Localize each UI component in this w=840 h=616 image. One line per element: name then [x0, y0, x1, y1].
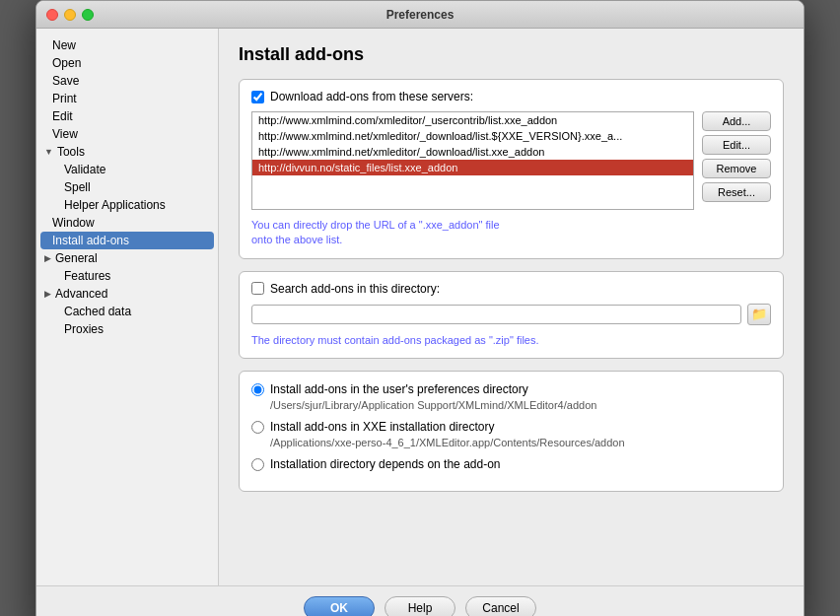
titlebar: Preferences [36, 1, 804, 29]
browse-button[interactable]: 📁 [747, 304, 771, 325]
sidebar-item-edit[interactable]: Edit [36, 107, 218, 125]
sidebar-item-features[interactable]: Features [36, 267, 218, 285]
radio-label-0: Install add-ons in the user's preference… [270, 381, 596, 398]
download-checkbox[interactable] [251, 91, 264, 103]
sidebar-group-advanced[interactable]: ▶ Advanced [36, 285, 218, 303]
dir-input[interactable] [251, 305, 741, 324]
chevron-right-icon: ▶ [44, 253, 51, 263]
sidebar-group-advanced-label: Advanced [55, 287, 107, 301]
radio-row-2: Installation directory depends on the ad… [251, 456, 771, 473]
radio-sublabel-0: /Users/sjur/Library/Application Support/… [270, 399, 596, 411]
sidebar-group-general[interactable]: ▶ General [36, 249, 218, 267]
preferences-window: Preferences New Open Save Print Edit Vie… [35, 0, 805, 616]
radio-user-pref[interactable] [251, 383, 264, 396]
download-section: Download add-ons from these servers: htt… [239, 79, 784, 259]
radio-xxe-install-text: Install add-ons in XXE installation dire… [270, 419, 625, 448]
add-server-button[interactable]: Add... [702, 111, 771, 131]
install-location-section: Install add-ons in the user's preference… [239, 371, 784, 491]
server-buttons: Add... Edit... Remove Reset... [702, 111, 771, 210]
dir-hint: The directory must contain add-ons packa… [251, 333, 771, 348]
download-checkbox-row: Download add-ons from these servers: [251, 90, 771, 103]
radio-depends[interactable] [251, 458, 264, 471]
bottom-bar: OK Help Cancel [36, 585, 804, 616]
server-list-item-2[interactable]: http://www.xmlmind.net/xmleditor/_downlo… [252, 144, 693, 160]
radio-label-1: Install add-ons in XXE installation dire… [270, 419, 625, 436]
sidebar-item-window[interactable]: Window [36, 214, 218, 232]
sidebar-group-tools[interactable]: ▼ Tools [36, 143, 218, 161]
sidebar-item-proxies[interactable]: Proxies [36, 320, 218, 338]
download-hint: You can directly drop the URL of a ".xxe… [251, 218, 771, 248]
cancel-button[interactable]: Cancel [465, 596, 536, 616]
close-button[interactable] [46, 9, 58, 21]
radio-row-1: Install add-ons in XXE installation dire… [251, 419, 771, 448]
server-list[interactable]: http://www.xmlmind.com/xmleditor/_userco… [251, 111, 694, 210]
server-list-area: http://www.xmlmind.com/xmleditor/_userco… [251, 111, 771, 210]
page-title: Install add-ons [239, 44, 784, 65]
dir-checkbox-row: Search add-ons in this directory: [251, 282, 771, 296]
minimize-button[interactable] [64, 9, 76, 21]
sidebar-item-open[interactable]: Open [36, 54, 218, 72]
sidebar-item-save[interactable]: Save [36, 72, 218, 90]
sidebar-group-tools-label: Tools [57, 145, 85, 159]
radio-row-0: Install add-ons in the user's preference… [251, 381, 771, 411]
help-button[interactable]: Help [385, 596, 455, 616]
sidebar-item-spell[interactable]: Spell [36, 178, 218, 196]
main-panel: Install add-ons Download add-ons from th… [219, 29, 804, 585]
radio-label-2: Installation directory depends on the ad… [270, 456, 501, 473]
window-title: Preferences [386, 8, 455, 22]
download-checkbox-label: Download add-ons from these servers: [270, 90, 473, 103]
radio-xxe-install[interactable] [251, 421, 264, 434]
sidebar-item-print[interactable]: Print [36, 90, 218, 107]
chevron-right-icon-2: ▶ [44, 289, 51, 299]
ok-button[interactable]: OK [304, 596, 375, 616]
radio-depends-text: Installation directory depends on the ad… [270, 456, 501, 473]
server-list-item-0[interactable]: http://www.xmlmind.com/xmleditor/_userco… [252, 112, 693, 128]
server-list-item-3[interactable]: http://divvun.no/static_files/list.xxe_a… [252, 160, 693, 175]
sidebar-item-helper-applications[interactable]: Helper Applications [36, 196, 218, 214]
content-area: New Open Save Print Edit View ▼ Tools Va… [36, 29, 804, 585]
folder-icon: 📁 [751, 307, 767, 321]
radio-sublabel-1: /Applications/xxe-perso-4_6_1/XMLEditor.… [270, 437, 625, 448]
traffic-lights [46, 9, 94, 21]
sidebar-item-validate[interactable]: Validate [36, 161, 218, 178]
sidebar-item-install-add-ons[interactable]: Install add-ons [40, 232, 214, 249]
sidebar-group-general-label: General [55, 251, 98, 265]
dir-checkbox-label: Search add-ons in this directory: [270, 282, 440, 296]
sidebar-item-new[interactable]: New [36, 36, 218, 54]
sidebar-item-view[interactable]: View [36, 125, 218, 143]
radio-user-pref-text: Install add-ons in the user's preference… [270, 381, 596, 411]
edit-server-button[interactable]: Edit... [702, 135, 771, 155]
maximize-button[interactable] [82, 9, 94, 21]
directory-section: Search add-ons in this directory: 📁 The … [239, 271, 784, 359]
sidebar: New Open Save Print Edit View ▼ Tools Va… [36, 29, 219, 585]
dir-row: 📁 [251, 304, 771, 325]
dir-checkbox[interactable] [251, 282, 264, 295]
server-list-item-1[interactable]: http://www.xmlmind.net/xmleditor/_downlo… [252, 128, 693, 144]
remove-server-button[interactable]: Remove [702, 159, 771, 178]
reset-server-button[interactable]: Reset... [702, 182, 771, 202]
chevron-down-icon: ▼ [44, 147, 53, 157]
sidebar-item-cached-data[interactable]: Cached data [36, 303, 218, 320]
